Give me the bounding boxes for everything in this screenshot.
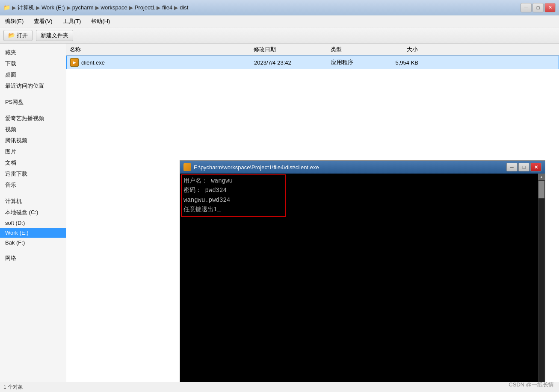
menu-view[interactable]: 查看(V) [30,17,56,26]
watermark: CSDN @一纸长情 [509,381,554,389]
sidebar-item-desktop[interactable]: 桌面 [0,69,66,80]
sidebar-item-recent[interactable]: 最近访问的位置 [0,80,66,91]
sidebar-item-documents[interactable]: 文档 [0,157,66,168]
breadcrumb-work[interactable]: Work (E:) [41,4,65,11]
open-icon: 📂 [8,32,15,38]
sidebar-section-computer: 计算机 本地磁盘 (C:) soft (D:) Work (E:) Bak (F… [0,196,66,248]
breadcrumb-file4[interactable]: file4 [162,4,172,11]
file-list-header: 名称 修改日期 类型 大小 [66,44,559,56]
sidebar-item-drive-c[interactable]: 本地磁盘 (C:) [0,207,66,218]
menu-help[interactable]: 帮助(H) [88,17,113,26]
scroll-up-button[interactable]: ▲ [538,174,545,180]
breadcrumb-pycharm[interactable]: pycharm [72,4,94,11]
title-bar: 📁 ▶ 计算机 ▶ Work (E:) ▶ pycharm ▶ workspac… [0,0,559,15]
file-size: 5,954 KB [379,59,422,66]
sidebar-divider-3 [0,192,66,196]
close-button[interactable]: ✕ [544,3,556,12]
sidebar: 藏夹 下载 桌面 最近访问的位置 PS网盘 爱奇艺热播视频 视频 腾讯视频 图片… [0,44,66,382]
new-folder-button[interactable]: 新建文件夹 [36,30,73,41]
status-bar: 1 个对象 [0,382,559,392]
sidebar-item-drive-e[interactable]: Work (E:) [0,228,66,238]
sidebar-item-favorites[interactable]: 藏夹 [0,47,66,58]
sidebar-divider-1 [0,93,66,97]
open-label: 打开 [17,32,28,39]
window-controls: ─ □ ✕ [521,3,556,12]
col-header-size[interactable]: 大小 [379,46,421,53]
sidebar-item-tencent-video[interactable]: 腾讯视频 [0,135,66,146]
menu-edit[interactable]: 编辑(E) [2,17,27,26]
console-title-icon [183,163,191,171]
sidebar-item-pictures[interactable]: 图片 [0,146,66,157]
sidebar-item-xunlei[interactable]: 迅雷下载 [0,168,66,180]
minimize-button[interactable]: ─ [521,3,532,12]
sidebar-item-iqiyi[interactable]: 爱奇艺热播视频 [0,113,66,124]
breadcrumb-workspace[interactable]: workspace [101,4,127,11]
breadcrumb-project1[interactable]: Project1 [135,4,155,11]
file-area: 名称 修改日期 类型 大小 ▶ client.exe 2023/7/4 23:4… [66,44,559,382]
console-close-button[interactable]: ✕ [530,163,541,171]
sidebar-item-downloads[interactable]: 下载 [0,58,66,69]
sidebar-item-network[interactable]: 网络 [0,253,66,264]
new-folder-label: 新建文件夹 [41,32,68,39]
console-scrollbar[interactable]: ▲ ▼ [538,174,545,382]
scroll-thumb[interactable] [538,181,544,198]
file-type: 应用程序 [328,59,379,66]
col-header-name[interactable]: 名称 [66,46,250,53]
sidebar-section-ps: PS网盘 [0,97,66,108]
console-output: 用户名： wangwu 密码： pwd324 wangwu.pwd324 任意键… [183,176,541,215]
sidebar-divider-4 [0,249,66,253]
scroll-track [538,180,544,382]
console-titlebar: E:\pycharm\workspace\Project1\file4\dist… [180,161,545,174]
sidebar-item-ps-disk[interactable]: PS网盘 [0,97,66,108]
col-header-type[interactable]: 类型 [327,46,379,53]
sidebar-item-video[interactable]: 视频 [0,124,66,135]
console-ctrl-btns: ─ □ ✕ [506,163,541,171]
col-header-date[interactable]: 修改日期 [250,46,327,53]
console-minimize-button[interactable]: ─ [506,163,518,171]
file-name: client.exe [81,59,105,66]
sidebar-item-drive-d[interactable]: soft (D:) [0,218,66,228]
console-body: 用户名： wangwu 密码： pwd324 wangwu.pwd324 任意键… [180,174,545,382]
restore-button[interactable]: □ [532,3,544,12]
console-window: E:\pycharm\workspace\Project1\file4\dist… [180,160,545,382]
sidebar-item-computer[interactable]: 计算机 [0,196,66,207]
menu-tools[interactable]: 工具(T) [59,17,85,26]
sidebar-item-music[interactable]: 音乐 [0,180,66,191]
menu-bar: 编辑(E) 查看(V) 工具(T) 帮助(H) [0,15,559,27]
breadcrumb-computer[interactable]: 计算机 [18,4,34,12]
console-restore-button[interactable]: □ [518,163,529,171]
sidebar-section-media: 爱奇艺热播视频 视频 腾讯视频 图片 文档 迅雷下载 音乐 [0,113,66,191]
table-row[interactable]: ▶ client.exe 2023/7/4 23:42 应用程序 5,954 K… [66,56,559,69]
exe-icon: ▶ [70,58,79,67]
file-date: 2023/7/4 23:42 [251,59,328,66]
sidebar-section-favorites: 藏夹 下载 桌面 最近访问的位置 [0,47,66,91]
sidebar-section-network: 网络 [0,253,66,264]
main-layout: 藏夹 下载 桌面 最近访问的位置 PS网盘 爱奇艺热播视频 视频 腾讯视频 图片… [0,44,559,382]
open-button[interactable]: 📂 打开 [3,30,33,41]
toolbar: 📂 打开 新建文件夹 [0,27,559,44]
file-name-cell: ▶ client.exe [67,58,251,67]
status-text: 1 个对象 [3,383,23,391]
sidebar-item-drive-f[interactable]: Bak (F:) [0,238,66,248]
breadcrumb-dist[interactable]: dist [180,4,188,11]
sidebar-divider-2 [0,109,66,113]
console-title-text: E:\pycharm\workspace\Project1\file4\dist… [194,164,504,171]
breadcrumb-icon: 📁 [3,4,10,11]
breadcrumb: 📁 ▶ 计算机 ▶ Work (E:) ▶ pycharm ▶ workspac… [3,4,188,12]
